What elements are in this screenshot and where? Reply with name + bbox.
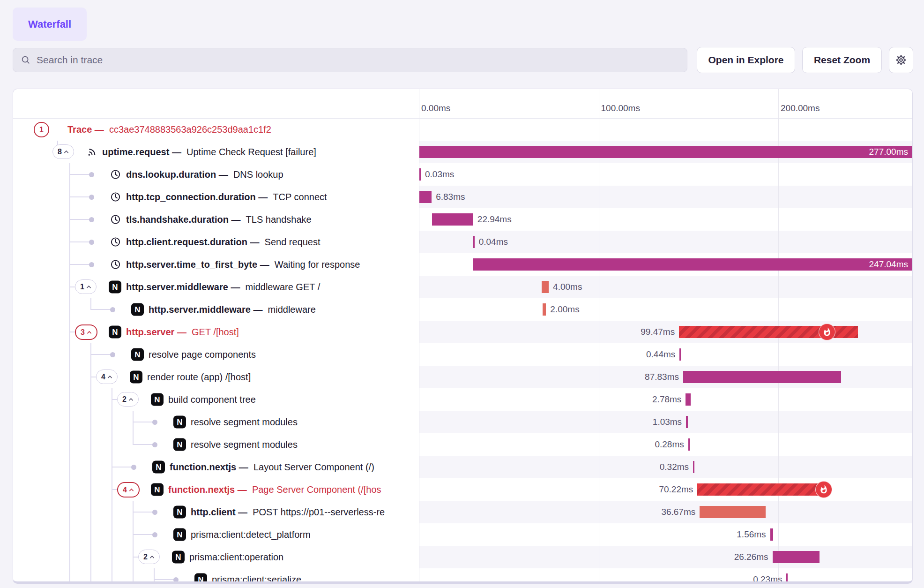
- span-tree-row[interactable]: Nhttp.client — POST https://p01--serverl…: [13, 501, 419, 523]
- waterfall-row[interactable]: 0.32ms: [419, 456, 912, 478]
- span-duration-bar[interactable]: [683, 371, 841, 383]
- span-duration-label: 26.26ms: [734, 546, 768, 568]
- span-duration-label: 1.56ms: [737, 523, 766, 546]
- waterfall-row[interactable]: 4.00ms: [419, 276, 912, 298]
- span-tree-row[interactable]: http.client.request.duration — Send requ…: [13, 231, 419, 253]
- span-duration-bar[interactable]: [693, 461, 694, 473]
- span-duration-label: 0.03ms: [425, 163, 454, 186]
- search-input[interactable]: Search in trace: [13, 48, 687, 72]
- span-duration-label: 36.67ms: [661, 501, 695, 523]
- span-duration-bar[interactable]: [419, 191, 432, 203]
- span-duration-bar[interactable]: [688, 438, 690, 451]
- span-tree-row[interactable]: 3Nhttp.server — GET /[host]: [13, 321, 419, 343]
- span-tree-row[interactable]: Nresolve page components: [13, 343, 419, 366]
- span-tree-row[interactable]: http.server.time_to_first_byte — Waiting…: [13, 253, 419, 276]
- span-row-label: http.client.request.duration — Send requ…: [126, 231, 320, 253]
- span-duration-bar[interactable]: [543, 303, 546, 316]
- span-tree-row[interactable]: http.tcp_connection.duration — TCP conne…: [13, 186, 419, 208]
- waterfall-row[interactable]: 0.04ms: [419, 231, 912, 253]
- span-op-name: resolve page components: [149, 349, 256, 360]
- span-duration-bar[interactable]: [773, 551, 820, 563]
- span-children-badge[interactable]: 3: [75, 324, 97, 340]
- span-row-label: resolve segment modules: [191, 411, 298, 433]
- span-duration-label: 0.28ms: [655, 433, 684, 456]
- waterfall-row[interactable]: 1.56ms: [419, 523, 912, 546]
- span-tree-row[interactable]: tls.handshake.duration — TLS handshake: [13, 208, 419, 231]
- waterfall-row[interactable]: 2.00ms: [419, 298, 912, 321]
- span-tree-row[interactable]: 1Trace — cc3ae3748883563a926c253d9aa1c1f…: [13, 118, 419, 141]
- span-tree-row[interactable]: Nresolve segment modules: [13, 411, 419, 433]
- span-children-badge[interactable]: 1: [75, 279, 97, 294]
- open-in-explore-label: Open in Explore: [708, 54, 783, 66]
- span-children-badge[interactable]: 4: [96, 369, 118, 384]
- span-op-name: function.nextjs: [170, 462, 236, 473]
- waterfall-row[interactable]: 277.00ms: [419, 141, 912, 163]
- waterfall-row[interactable]: 0.03ms: [419, 163, 912, 186]
- span-duration-bar[interactable]: [542, 281, 549, 293]
- span-children-badge[interactable]: 2: [117, 392, 139, 407]
- span-duration-bar[interactable]: [473, 258, 912, 271]
- waterfall-row[interactable]: 6.83ms: [419, 186, 912, 208]
- waterfall-row[interactable]: 247.04ms: [419, 253, 912, 276]
- span-tree-row[interactable]: Nhttp.server.middleware — middleware: [13, 298, 419, 321]
- waterfall-row[interactable]: 70.22ms: [419, 478, 912, 501]
- waterfall-row[interactable]: 36.67ms: [419, 501, 912, 523]
- span-children-badge[interactable]: 2: [138, 550, 160, 564]
- waterfall-row[interactable]: 0.23ms: [419, 568, 912, 584]
- span-tree-row[interactable]: 2Nprisma:client:operation: [13, 546, 419, 568]
- span-duration-bar[interactable]: [679, 348, 681, 361]
- tab-waterfall[interactable]: Waterfall: [13, 8, 87, 41]
- span-op-name: http.client.request.duration: [126, 237, 247, 248]
- span-duration-bar[interactable]: [770, 528, 773, 541]
- span-children-badge[interactable]: 1: [34, 122, 49, 137]
- span-row-label: http.server.time_to_first_byte — Waiting…: [126, 253, 360, 276]
- open-in-explore-button[interactable]: Open in Explore: [697, 47, 795, 73]
- span-tree-row[interactable]: Nprisma:client:detect_platform: [13, 523, 419, 546]
- tree-guide-elbow: [133, 422, 155, 422]
- tree-guide-elbow: [69, 219, 91, 220]
- span-row-label: http.server.middleware — middleware: [149, 298, 316, 321]
- span-duration-bar[interactable]: [686, 393, 691, 406]
- waterfall-row[interactable]: 87.83ms: [419, 366, 912, 388]
- span-tree-row[interactable]: Nfunction.nextjs — Layout Server Compone…: [13, 456, 419, 478]
- waterfall-row[interactable]: 26.26ms: [419, 546, 912, 568]
- span-description: cc3ae3748883563a926c253d9aa1c1f2: [109, 124, 271, 135]
- span-duration-bar[interactable]: [419, 168, 421, 181]
- waterfall-row[interactable]: 22.94ms: [419, 208, 912, 231]
- settings-button[interactable]: [889, 47, 913, 73]
- tree-guide-elbow: [90, 354, 112, 355]
- span-tree-row[interactable]: 4Nrender route (app) /[host]: [13, 366, 419, 388]
- span-tree-row[interactable]: 4Nfunction.nextjs — Page Server Componen…: [13, 478, 419, 501]
- waterfall-row[interactable]: 1.03ms: [419, 411, 912, 433]
- span-tree-row[interactable]: Nprisma:client:serialize: [13, 568, 419, 584]
- span-tree-row[interactable]: 8uptime.request — Uptime Check Request […: [13, 141, 419, 163]
- tree-guide-line: [69, 568, 70, 584]
- span-row-label: resolve page components: [149, 343, 256, 366]
- waterfall-row[interactable]: 0.28ms: [419, 433, 912, 456]
- waterfall-row[interactable]: 99.47ms: [419, 321, 912, 343]
- span-duration-bar[interactable]: [786, 573, 788, 584]
- waterfall-row[interactable]: 0.44ms: [419, 343, 912, 366]
- error-fire-icon[interactable]: [819, 324, 835, 340]
- error-fire-icon[interactable]: [815, 481, 832, 498]
- span-duration-label: 0.44ms: [646, 343, 675, 366]
- nextjs-icon: N: [194, 573, 207, 584]
- span-duration-bar[interactable]: [473, 236, 475, 248]
- span-duration-bar[interactable]: [697, 483, 823, 496]
- span-duration-bar[interactable]: [700, 506, 766, 518]
- span-duration-bar[interactable]: [432, 213, 473, 226]
- tab-waterfall-label: Waterfall: [28, 18, 71, 30]
- span-duration-label: 0.04ms: [479, 231, 508, 253]
- span-duration-bar[interactable]: [419, 146, 912, 158]
- span-children-badge[interactable]: 4: [117, 482, 140, 498]
- span-tree-row[interactable]: Nresolve segment modules: [13, 433, 419, 456]
- span-children-badge[interactable]: 8: [52, 144, 74, 159]
- waterfall-row[interactable]: 2.78ms: [419, 388, 912, 411]
- span-tree-row[interactable]: dns.lookup.duration — DNS lookup: [13, 163, 419, 186]
- span-row-label: http.client — POST https://p01--serverle…: [191, 501, 385, 523]
- span-duration-bar[interactable]: [686, 416, 688, 428]
- span-tree-row[interactable]: 2Nbuild component tree: [13, 388, 419, 411]
- span-tree-row[interactable]: 1Nhttp.server.middleware — middleware GE…: [13, 276, 419, 298]
- reset-zoom-button[interactable]: Reset Zoom: [802, 47, 882, 73]
- chevron-up-icon: [128, 398, 134, 401]
